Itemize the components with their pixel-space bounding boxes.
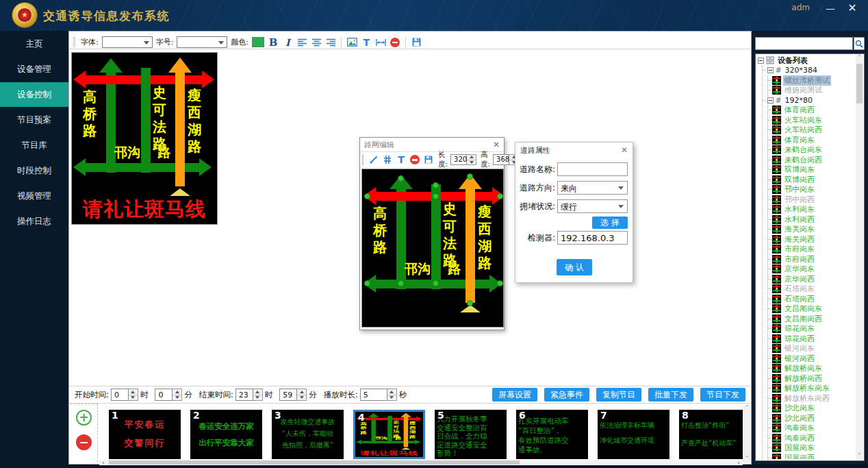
device-node-火车站岗东[interactable]: 火车站岗东	[768, 115, 855, 125]
device-node-市府岗东[interactable]: 市府岗东	[768, 245, 855, 255]
device-node-沙北岗东[interactable]: 沙北岗东	[768, 404, 855, 414]
spin-down-button[interactable]	[387, 395, 396, 401]
device-node-银河岗东[interactable]: 银河岗东	[768, 344, 855, 354]
insert-text-button[interactable]: T	[361, 36, 372, 48]
insert-image-button[interactable]	[346, 36, 357, 48]
led-screen-preview[interactable]: 高桥路 史可法路 瘦西湖路 邗沟 路 请礼让斑马线	[71, 52, 218, 225]
bold-button[interactable]: B	[268, 36, 279, 48]
program-thumbnail-1[interactable]: 1平安春运交警同行	[109, 410, 181, 459]
program-thumbnail-7[interactable]: 7依法治理非标车辆净化城市交通环境	[598, 410, 669, 459]
device-node-鸿泰岗西[interactable]: 鸿泰岗西	[768, 433, 855, 443]
sidebar-item-设备管理[interactable]: 设备管理	[0, 57, 68, 82]
hscroll-thumb[interactable]	[109, 460, 520, 465]
confirm-button[interactable]: 确 认	[557, 259, 592, 275]
minimize-button[interactable]: —	[823, 1, 838, 15]
program-thumbnail-2[interactable]: 2春运安全连万家出行平安靠大家	[190, 410, 262, 459]
tree-root-row[interactable]: 设备列表	[757, 56, 855, 66]
spin-up-button[interactable]	[173, 389, 181, 395]
font-size-dropdown[interactable]	[177, 36, 227, 48]
spin-up-button[interactable]	[129, 389, 138, 395]
device-node-邗中岗西[interactable]: 邗中岗西	[768, 195, 855, 205]
device-node-双博岗东[interactable]: 双博岗东	[768, 165, 855, 175]
device-node-水利岗西[interactable]: 水利岗西	[768, 214, 855, 225]
program-thumbnail-3[interactable]: 3发生轻微交通事故“人未伤，车能动先拍照，后撤离”	[272, 410, 344, 459]
device-node-双博岗西[interactable]: 双博岗西	[768, 175, 855, 185]
tree-expander[interactable]	[767, 67, 774, 73]
device-node-鸿泰岗东[interactable]: 鸿泰岗东	[768, 423, 855, 434]
tree-scroll-down[interactable]: ˅	[856, 453, 863, 460]
device-node-琼花岗东[interactable]: 琼花岗东	[768, 324, 855, 334]
tree-scrollbar[interactable]: ˄ ˅	[856, 55, 863, 460]
road-network-edit-canvas[interactable]: 高桥路 史可法路 瘦西湖路 邗沟 路 请礼让斑马线	[361, 169, 504, 328]
length-value[interactable]: 320	[450, 154, 467, 165]
dialog-close-button[interactable]: ✕	[493, 140, 500, 149]
tree-expander[interactable]	[758, 58, 764, 64]
tree-scroll-up[interactable]: ˄	[856, 55, 863, 62]
device-node-水利岗东[interactable]: 水利岗东	[768, 205, 855, 215]
action-button-紧急事件[interactable]: 紧急事件	[544, 388, 589, 402]
road-name-input[interactable]	[557, 162, 628, 176]
close-button[interactable]: ✕	[845, 1, 860, 15]
delete-tool-button[interactable]	[409, 154, 420, 166]
device-node-螺丝湾桥测试[interactable]: 螺丝湾桥测试	[768, 75, 855, 86]
align-right-button[interactable]	[325, 36, 336, 48]
road-segment-button[interactable]	[382, 154, 393, 166]
device-node-解放桥岗西[interactable]: 解放桥岗西	[768, 373, 855, 384]
spin-down-button[interactable]	[129, 395, 138, 401]
sidebar-item-主页[interactable]: 主页	[0, 32, 68, 56]
device-node-来鹤台岗西[interactable]: 来鹤台岗西	[768, 155, 855, 165]
save-network-button[interactable]	[423, 154, 434, 166]
spin-up-button[interactable]	[253, 389, 262, 395]
device-node-邗中岗东[interactable]: 邗中岗东	[768, 185, 855, 195]
spin-up-button[interactable]	[387, 389, 396, 395]
sidebar-item-时段控制[interactable]: 时段控制	[0, 158, 68, 183]
schedule-value-4[interactable]: 5	[360, 389, 387, 401]
road-direction-select[interactable]: 来向	[557, 181, 628, 195]
device-search-input[interactable]	[755, 37, 853, 50]
program-thumbnail-6[interactable]: 6扎实开展电动车“百日整治”，有效预防道路交通事故。	[516, 410, 588, 459]
color-swatch[interactable]	[252, 37, 264, 47]
program-thumbnail-8[interactable]: 8打击整治“炸街”严查严处“机动车”	[679, 410, 743, 459]
device-node-维扬岗测试[interactable]: 维扬岗测试	[768, 86, 855, 96]
action-button-批量下发[interactable]: 批量下发	[648, 388, 693, 402]
sidebar-item-节目预案[interactable]: 节目预案	[0, 108, 68, 132]
props-title-bar[interactable]: 道路属性 ✕	[515, 143, 633, 158]
schedule-value-1[interactable]: 0	[155, 389, 173, 401]
device-node-文昌阁岗东[interactable]: 文昌阁岗东	[768, 304, 855, 315]
tree-group-192*80[interactable]: #192*80	[763, 95, 855, 106]
action-button-屏幕设置[interactable]: 屏幕设置	[492, 388, 537, 402]
device-node-京华岗西[interactable]: 京华岗西	[768, 274, 855, 284]
italic-button[interactable]: I	[282, 36, 293, 48]
device-node-海关岗东[interactable]: 海关岗东	[768, 225, 855, 235]
device-node-火车站岗西[interactable]: 火车站岗西	[768, 125, 855, 136]
action-button-复制节目[interactable]: 复制节目	[596, 388, 641, 402]
height-value[interactable]: 368	[493, 154, 509, 165]
device-node-国展岗西[interactable]: 国展岗西	[768, 453, 855, 459]
sidebar-item-设备控制[interactable]: 设备控制	[0, 82, 68, 107]
device-node-国展岗东[interactable]: 国展岗东	[768, 443, 855, 454]
select-detector-button[interactable]: 选 择	[592, 217, 628, 229]
detector-input[interactable]: 192.168.0.3	[557, 231, 628, 245]
scroll-up-arrow[interactable]: ˄	[743, 405, 751, 412]
tree-group-320*384[interactable]: #320*384	[763, 66, 855, 76]
spin-up-button[interactable]	[297, 389, 306, 395]
road-network-tool-button[interactable]	[375, 36, 386, 48]
schedule-value-3[interactable]: 59	[279, 389, 297, 401]
strip-horizontal-scrollbar[interactable]: ‹ ›	[99, 460, 743, 465]
strip-vertical-scrollbar[interactable]: ˄ ˅	[743, 405, 751, 463]
congestion-select[interactable]: 缓行	[557, 199, 628, 213]
device-node-文昌阁岗西[interactable]: 文昌阁岗西	[768, 314, 855, 324]
device-node-体育岗西[interactable]: 体育岗西	[768, 106, 855, 116]
remove-program-button[interactable]: −	[76, 434, 92, 450]
device-node-解放桥东岗东[interactable]: 解放桥东岗东	[768, 384, 855, 394]
device-node-琼花岗西[interactable]: 琼花岗西	[768, 334, 855, 344]
schedule-value-0[interactable]: 0	[111, 389, 129, 401]
align-center-button[interactable]	[311, 36, 322, 48]
draw-line-button[interactable]	[368, 154, 379, 166]
tree-scroll-thumb[interactable]	[856, 64, 863, 103]
device-node-沙北岗西[interactable]: 沙北岗西	[768, 413, 855, 423]
length-up-button[interactable]	[467, 155, 476, 160]
program-thumbnail-5[interactable]: 5大力开展秋冬季交通安全整治百日会战，全力稳定道路交通安全形势！	[435, 410, 507, 459]
device-node-石塔岗西[interactable]: 石塔岗西	[768, 294, 855, 304]
text-tool-button[interactable]: T	[396, 154, 407, 166]
